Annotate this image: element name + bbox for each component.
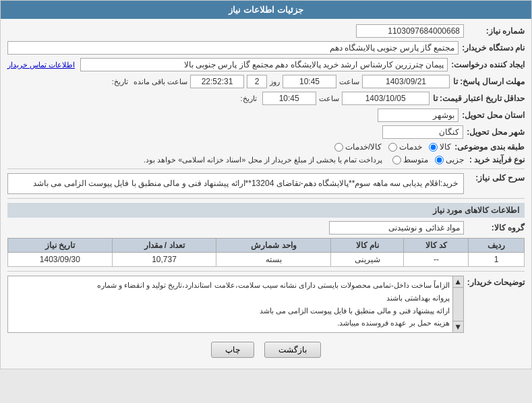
nofarayand-radio-group: متوسط جزیی [392, 155, 464, 164]
cell-naam: شیرینی [331, 253, 404, 267]
radio-jozi[interactable]: جزیی [435, 155, 464, 164]
scroll-up-btn[interactable]: ▲ [453, 276, 463, 288]
kala-table: ردیف کد کالا نام کالا واحد شمارش تعداد /… [7, 238, 525, 267]
sarh-label: سرح کلی نیاز: [464, 173, 525, 183]
mohlat-time: 10:45 [283, 75, 336, 88]
cell-kod: -- [404, 253, 469, 267]
radio-khadamat[interactable]: خدمات [388, 142, 422, 152]
col-vahed: واحد شمارش [216, 239, 331, 253]
shahr-value: کنگان [382, 125, 463, 139]
ostan-value: بوشهر [378, 108, 459, 122]
remaining-label: ساعت باقی مانده [134, 78, 187, 86]
gorohe-kala-label: گروه کالا: [464, 223, 525, 232]
naam-dastgah-label: نام دستگاه خریدار: [459, 43, 525, 53]
col-tarikh: تاریخ نیاز [8, 239, 113, 253]
radio-kala-khadamat[interactable]: کالا/خدمات [334, 142, 382, 152]
page-header: جزئیات اطلاعات نیاز [1, 1, 531, 19]
tozihaat-label: توضیحات خریدار: [464, 276, 525, 287]
tabagheh-radio-group: کالا/خدمات خدمات کالا [334, 142, 451, 152]
mohlat-saaat: 22:52:31 [190, 75, 244, 88]
mohlat-date: 1403/09/21 [362, 75, 450, 88]
tozihaat-content: الزاماً ساخت داخل-تمامی محصولات بایستی د… [8, 276, 463, 332]
haddasal-label: حداقل تاریخ اعتبار قیمت: تا [430, 94, 525, 103]
shahr-label: شهر محل تحویل: [463, 127, 525, 137]
ijad-konande-label: ایجاد کننده درخواست: [448, 60, 525, 69]
sarh-value: خرید:اقلام یدیابی سه ماهه سوم**پالایشگاه… [7, 173, 464, 194]
roz-label: روز [270, 78, 280, 86]
farayand-note: پرداخت تمام یا بخشی از مبلغ خریدار از مح… [144, 156, 382, 164]
radio-motavaset[interactable]: متوسط [392, 155, 428, 164]
cell-radif: 1 [469, 253, 525, 267]
cell-tedad: 10,737 [112, 253, 216, 267]
col-kod: کد کالا [404, 239, 469, 253]
gorohe-kala-value: مواد غذائی و نوشیدنی [329, 221, 464, 235]
haddasal-saaat-label: ساعت [319, 94, 339, 103]
shomare-niaz-label: شماره نیاز: [464, 26, 525, 36]
radio-kala[interactable]: کالا [429, 142, 451, 152]
cell-tarikh: 1403/09/30 [8, 253, 113, 267]
saaat-label: ساعت [339, 78, 359, 86]
nofarayand-label: نوع فرآیند خرید : [464, 155, 525, 164]
mohlat-ersal-label: مهلت ارسال پاسخ: تا [450, 77, 525, 86]
haddasal-date: 1403/10/05 [342, 92, 430, 105]
col-naam: نام کالا [331, 239, 404, 253]
haddasal-tarikh-label: تاریخ: [241, 94, 257, 103]
table-row: 1--شیرینیبسته10,7371403/09/30 [8, 253, 525, 267]
tabagheh-label: طبقه بندی موضوعی: [451, 142, 525, 152]
shomare-niaz-value: 1103097684000668 [356, 24, 464, 38]
haddasal-time: 10:45 [262, 92, 316, 105]
ostan-label: استان محل تحویل: [459, 111, 525, 120]
mohlat-roz: 2 [247, 75, 267, 88]
page-title: جزئیات اطلاعات نیاز [229, 5, 303, 15]
scroll-down-btn[interactable]: ▼ [453, 321, 463, 332]
print-button[interactable]: چاپ [211, 342, 254, 358]
col-tedad: تعداد / مقدار [112, 239, 216, 253]
ijad-konande-value: پیمان چترزرین کارشناس ارشد خرید پالایشگا… [80, 58, 448, 71]
tarikh-label: تاریخ: [112, 78, 128, 86]
buttons-row: بازگشت چاپ [7, 336, 525, 363]
ettelaat-tamas-link[interactable]: اطلاعات تماس خریدار [7, 61, 75, 69]
back-button[interactable]: بازگشت [264, 342, 321, 358]
cell-vahed: بسته [216, 253, 331, 267]
col-radif: ردیف [469, 239, 525, 253]
naam-dastgah-value: مجتمع گاز پارس جنوبی پالایشگاه دهم [7, 41, 459, 55]
ettelaat-section-title: اطلاعات کالاهای مورد نیاز [7, 203, 525, 218]
